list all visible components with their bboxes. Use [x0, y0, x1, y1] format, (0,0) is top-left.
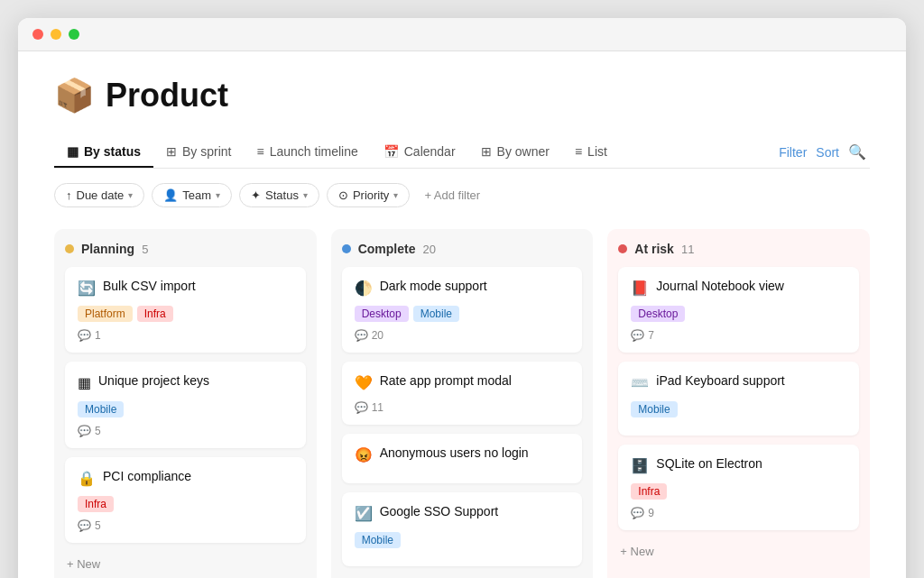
page-title: Product [106, 77, 228, 115]
tag-infra-pci: Infra [78, 496, 114, 512]
journal-footer: 💬 7 [631, 329, 846, 342]
tab-list-label: List [587, 144, 607, 159]
bulk-csv-tags: Platform Infra [78, 306, 293, 322]
tab-by-owner[interactable]: ⊞ By owner [468, 137, 562, 168]
rate-app-comments: 11 [372, 401, 383, 414]
tab-by-sprint-label: By sprint [182, 144, 231, 159]
comment-icon: 💬 [78, 519, 91, 532]
pci-comments: 5 [95, 519, 101, 532]
sqlite-footer: 💬 9 [631, 507, 846, 519]
complete-dot [342, 244, 351, 253]
pci-tags: Infra [78, 496, 293, 512]
bulk-csv-icon: 🔄 [78, 279, 96, 298]
comment-icon: 💬 [78, 425, 91, 437]
card-anonymous-title: 😡 Anonymous users no login [355, 445, 570, 465]
comment-icon: 💬 [355, 401, 368, 414]
unique-keys-icon: ▦ [78, 373, 91, 393]
bulk-csv-comments: 1 [95, 329, 101, 342]
card-anonymous: 😡 Anonymous users no login [342, 434, 583, 483]
dark-mode-tags: Desktop Mobile [355, 306, 570, 322]
tag-infra-sqlite: Infra [631, 483, 667, 500]
card-pci: 🔒 PCI compliance Infra 💬 5 [65, 457, 306, 543]
complete-count: 20 [422, 243, 435, 256]
comment-icon: 💬 [78, 329, 91, 342]
filters-row: ↑ Due date ▾ 👤 Team ▾ ✦ Status ▾ ⊙ Prior… [54, 183, 870, 207]
card-unique-keys-title: ▦ Unique project keys [78, 372, 293, 393]
pci-icon: 🔒 [78, 469, 96, 489]
card-dark-mode: 🌓 Dark mode support Desktop Mobile 💬 20 [342, 267, 583, 353]
search-icon[interactable]: 🔍 [848, 143, 866, 161]
complete-title: Complete [358, 242, 416, 256]
page-header: 📦 Product [54, 77, 870, 115]
close-button[interactable] [32, 29, 43, 40]
team-icon: 👤 [163, 188, 178, 202]
column-complete: Complete 20 🌓 Dark mode support Desktop … [331, 229, 594, 578]
add-filter-button[interactable]: + Add filter [417, 184, 487, 206]
tab-by-sprint-icon: ⊞ [166, 144, 177, 159]
tab-by-sprint[interactable]: ⊞ By sprint [153, 137, 244, 168]
sqlite-icon: 🗄️ [631, 456, 649, 476]
card-rate-app-title: 🧡 Rate app prompt modal [355, 372, 570, 393]
tab-list[interactable]: ≡ List [562, 137, 620, 168]
card-sqlite-title: 🗄️ SQLite on Electron [631, 455, 846, 476]
tab-actions: Filter Sort 🔍 [775, 136, 870, 168]
journal-icon: 📕 [631, 279, 649, 298]
minimize-button[interactable] [51, 29, 61, 40]
due-date-icon: ↑ [66, 188, 72, 202]
maximize-button[interactable] [69, 29, 79, 40]
tag-mobile-dark: Mobile [413, 306, 459, 322]
tag-desktop-journal: Desktop [631, 306, 685, 322]
card-bulk-csv-title: 🔄 Bulk CSV import [78, 278, 293, 298]
card-journal: 📕 Journal Notebook view Desktop 💬 7 [618, 267, 859, 353]
sqlite-tags: Infra [631, 483, 846, 500]
at-risk-new-label: + New [620, 545, 653, 558]
filter-due-date[interactable]: ↑ Due date ▾ [54, 183, 144, 207]
tab-calendar[interactable]: 📅 Calendar [371, 137, 468, 168]
card-rate-app: 🧡 Rate app prompt modal 💬 11 [342, 362, 583, 424]
at-risk-new-button[interactable]: + New [618, 539, 859, 564]
tab-list-icon: ≡ [575, 144, 582, 159]
tab-by-owner-label: By owner [497, 144, 550, 159]
planning-new-button[interactable]: + New [65, 552, 306, 576]
journal-comments: 7 [648, 329, 654, 342]
filter-priority[interactable]: ⊙ Priority ▾ [327, 183, 410, 207]
planning-new-label: + New [67, 557, 100, 571]
due-date-label: Due date [77, 188, 125, 202]
tab-by-status[interactable]: ▦ By status [54, 137, 153, 168]
priority-label: Priority [353, 188, 389, 202]
tab-calendar-label: Calendar [404, 144, 456, 159]
filter-action[interactable]: Filter [779, 145, 807, 160]
planning-dot [65, 244, 74, 253]
priority-chevron-icon: ▾ [393, 190, 398, 200]
status-icon: ✦ [251, 188, 261, 202]
journal-tags: Desktop [631, 306, 846, 322]
sqlite-comments: 9 [648, 507, 654, 519]
google-sso-tags: Mobile [355, 532, 570, 548]
filter-status[interactable]: ✦ Status ▾ [239, 183, 319, 207]
dark-mode-comments: 20 [372, 329, 383, 342]
sort-action[interactable]: Sort [816, 145, 839, 160]
dark-mode-footer: 💬 20 [355, 329, 570, 342]
status-label: Status [265, 188, 299, 202]
titlebar [18, 18, 906, 51]
card-unique-keys: ▦ Unique project keys Mobile 💬 5 [65, 362, 306, 447]
tabs-row: ▦ By status ⊞ By sprint ≡ Launch timelin… [54, 136, 870, 169]
filter-team[interactable]: 👤 Team ▾ [152, 183, 232, 207]
anonymous-icon: 😡 [355, 445, 373, 465]
complete-new-button[interactable]: + New [342, 575, 583, 578]
ipad-keyboard-tags: Mobile [631, 401, 846, 417]
unique-keys-comments: 5 [95, 425, 101, 437]
card-sqlite: 🗄️ SQLite on Electron Infra 💬 9 [618, 445, 859, 530]
column-planning-header: Planning 5 [65, 242, 306, 256]
comment-icon: 💬 [631, 507, 644, 519]
tab-calendar-icon: 📅 [383, 144, 399, 159]
tag-mobile: Mobile [78, 401, 124, 417]
team-label: Team [182, 188, 211, 202]
due-date-chevron-icon: ▾ [128, 190, 133, 200]
card-ipad-keyboard-title: ⌨️ iPad Keyboard support [631, 372, 846, 393]
rate-app-footer: 💬 11 [355, 401, 570, 414]
pci-footer: 💬 5 [78, 519, 293, 532]
column-planning: Planning 5 🔄 Bulk CSV import Platform In… [54, 229, 317, 578]
tab-launch-timeline[interactable]: ≡ Launch timeline [245, 137, 371, 168]
at-risk-title: At risk [634, 242, 674, 256]
